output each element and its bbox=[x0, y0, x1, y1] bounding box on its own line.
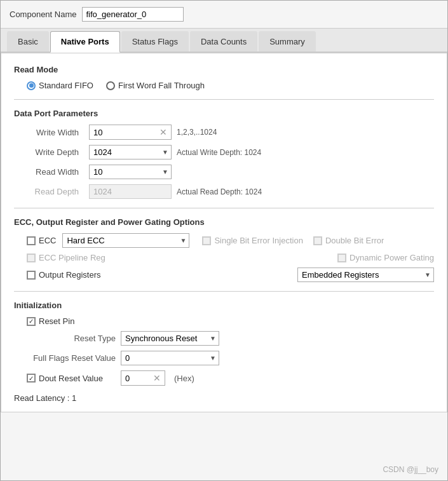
ecc-options: ECC Hard ECC Soft ECC No ECC ▼ Sin bbox=[27, 233, 434, 282]
write-depth-arrow-icon: ▼ bbox=[162, 149, 168, 156]
main-window: Component Name Basic Native Ports Status… bbox=[0, 0, 448, 481]
read-latency: Read Latency : 1 bbox=[14, 393, 434, 403]
double-bit-wrapper: Double Bit Error bbox=[313, 236, 384, 245]
output-reg-row: Output Registers Embedded Registers Fabr… bbox=[27, 268, 434, 282]
full-flags-label: Full Flags Reset Value bbox=[27, 353, 116, 363]
reset-pin-row: Reset Pin bbox=[27, 316, 434, 326]
read-mode-radio-row: Standard FIFO First Word Fall Through bbox=[27, 81, 434, 90]
read-width-select-wrapper: 10 8 16 ▼ bbox=[89, 165, 172, 179]
write-width-input[interactable] bbox=[93, 128, 157, 137]
ecc-type-select[interactable]: Hard ECC Soft ECC No ECC bbox=[67, 236, 180, 245]
dout-reset-suffix: (Hex) bbox=[174, 374, 194, 383]
ecc-checkbox[interactable] bbox=[27, 236, 36, 245]
standard-fifo-option[interactable]: Standard FIFO bbox=[27, 81, 93, 90]
ecc-type-arrow-icon: ▼ bbox=[180, 237, 187, 244]
reset-type-row: Reset Type Synchronous Reset Asynchronou… bbox=[27, 331, 434, 346]
dynamic-power-checkbox bbox=[337, 254, 346, 262]
read-depth-row: Read Depth 1024 Actual Read Depth: 1024 bbox=[27, 184, 434, 199]
dout-reset-checkbox-wrapper[interactable]: Dout Reset Value bbox=[27, 374, 116, 383]
read-width-arrow-icon: ▼ bbox=[162, 168, 168, 175]
component-name-bar: Component Name bbox=[1, 1, 447, 29]
tab-basic[interactable]: Basic bbox=[7, 31, 49, 51]
write-width-label: Write Width bbox=[27, 128, 84, 137]
reset-type-label: Reset Type bbox=[27, 334, 116, 343]
dout-reset-label: Dout Reset Value bbox=[39, 374, 103, 383]
dout-reset-input[interactable] bbox=[125, 374, 151, 383]
read-depth-label: Read Depth bbox=[27, 187, 84, 196]
fwft-option[interactable]: First Word Fall Through bbox=[106, 81, 205, 90]
fwft-label: First Word Fall Through bbox=[118, 81, 205, 90]
write-width-clear[interactable]: ✕ bbox=[160, 127, 167, 137]
data-port-section: Data Port Parameters Write Width ✕ 1,2,3… bbox=[14, 109, 434, 199]
output-reg-checkbox[interactable] bbox=[27, 271, 36, 280]
fwft-radio[interactable] bbox=[106, 81, 115, 90]
write-depth-label: Write Depth bbox=[27, 147, 84, 157]
ecc-title: ECC, Output Register and Power Gating Op… bbox=[14, 217, 434, 227]
write-width-hint: 1,2,3,..1024 bbox=[177, 128, 217, 137]
standard-fifo-radio-inner bbox=[29, 83, 34, 88]
standard-fifo-label: Standard FIFO bbox=[39, 81, 93, 90]
embedded-reg-select-wrapper: Embedded Registers Fabric Registers ▼ bbox=[297, 268, 434, 282]
reset-pin-wrapper[interactable]: Reset Pin bbox=[27, 316, 74, 326]
tab-summary[interactable]: Summary bbox=[259, 31, 316, 51]
read-depth-actual: Actual Read Depth: 1024 bbox=[177, 187, 262, 196]
dout-reset-checkbox[interactable] bbox=[27, 374, 36, 383]
read-width-label: Read Width bbox=[27, 167, 84, 177]
initialization-section: Initialization Reset Pin Reset Type Sync… bbox=[14, 301, 434, 386]
content-area: Read Mode Standard FIFO First Word Fall … bbox=[1, 53, 447, 412]
read-mode-section: Read Mode Standard FIFO First Word Fall … bbox=[14, 65, 434, 90]
data-port-params: Write Width ✕ 1,2,3,..1024 Write Depth 1… bbox=[27, 125, 434, 199]
ecc-secondary-row: ECC Pipeline Reg Dynamic Power Gating bbox=[27, 253, 434, 262]
single-bit-label: Single Bit Error Injection bbox=[214, 236, 302, 245]
ecc-type-select-wrapper: Hard ECC Soft ECC No ECC ▼ bbox=[62, 233, 189, 248]
write-width-input-wrapper: ✕ bbox=[89, 125, 172, 140]
read-mode-title: Read Mode bbox=[14, 65, 434, 74]
reset-type-select-wrapper: Synchronous Reset Asynchronous Reset ▼ bbox=[121, 331, 219, 346]
initialization-title: Initialization bbox=[14, 301, 434, 310]
standard-fifo-radio[interactable] bbox=[27, 81, 36, 90]
embedded-reg-select[interactable]: Embedded Registers Fabric Registers bbox=[302, 270, 424, 280]
single-bit-checkbox bbox=[202, 236, 211, 245]
data-port-title: Data Port Parameters bbox=[14, 109, 434, 118]
ecc-right-options: Single Bit Error Injection Double Bit Er… bbox=[202, 236, 384, 245]
full-flags-row: Full Flags Reset Value 0 1 ▼ bbox=[27, 351, 434, 365]
read-width-select[interactable]: 10 8 16 bbox=[93, 167, 162, 177]
component-name-input[interactable] bbox=[82, 7, 184, 22]
output-reg-label: Output Registers bbox=[39, 270, 101, 280]
full-flags-select-wrapper: 0 1 ▼ bbox=[121, 351, 219, 365]
dynamic-power-wrapper: Dynamic Power Gating bbox=[337, 253, 434, 262]
reset-type-arrow-icon: ▼ bbox=[210, 335, 216, 342]
full-flags-select[interactable]: 0 1 bbox=[125, 353, 210, 363]
write-width-row: Write Width ✕ 1,2,3,..1024 bbox=[27, 125, 434, 140]
dout-reset-row: Dout Reset Value ✕ (Hex) bbox=[27, 370, 434, 386]
tab-data-counts[interactable]: Data Counts bbox=[190, 31, 257, 51]
pipeline-reg-label: ECC Pipeline Reg bbox=[39, 253, 105, 262]
reset-type-select[interactable]: Synchronous Reset Asynchronous Reset bbox=[125, 334, 210, 343]
embedded-reg-arrow-icon: ▼ bbox=[424, 271, 431, 278]
write-depth-select[interactable]: 1024 512 2048 bbox=[93, 147, 162, 157]
reset-pin-checkbox[interactable] bbox=[27, 317, 36, 326]
tab-status-flags[interactable]: Status Flags bbox=[121, 31, 189, 51]
double-bit-label: Double Bit Error bbox=[325, 236, 384, 245]
tabs-bar: Basic Native Ports Status Flags Data Cou… bbox=[1, 29, 447, 53]
output-reg-wrapper[interactable]: Output Registers bbox=[27, 270, 101, 280]
read-depth-value: 1024 bbox=[93, 187, 112, 196]
watermark: CSDN @jj__boy bbox=[383, 465, 438, 474]
dynamic-power-label: Dynamic Power Gating bbox=[350, 253, 434, 262]
pipeline-reg-checkbox bbox=[27, 254, 36, 262]
read-depth-display: 1024 bbox=[89, 184, 172, 199]
single-bit-wrapper: Single Bit Error Injection bbox=[202, 236, 302, 245]
write-depth-actual: Actual Write Depth: 1024 bbox=[177, 148, 261, 157]
component-name-label: Component Name bbox=[10, 10, 77, 19]
init-options: Reset Pin Reset Type Synchronous Reset A… bbox=[27, 316, 434, 386]
ecc-checkbox-wrapper[interactable]: ECC bbox=[27, 236, 56, 245]
full-flags-arrow-icon: ▼ bbox=[210, 355, 216, 362]
ecc-label: ECC bbox=[39, 236, 56, 245]
dout-reset-input-wrapper: ✕ bbox=[121, 370, 165, 386]
ecc-section: ECC, Output Register and Power Gating Op… bbox=[14, 217, 434, 282]
dout-reset-clear[interactable]: ✕ bbox=[153, 373, 161, 383]
tab-native-ports[interactable]: Native Ports bbox=[50, 31, 120, 53]
read-width-row: Read Width 10 8 16 ▼ bbox=[27, 165, 434, 179]
ecc-main-row: ECC Hard ECC Soft ECC No ECC ▼ Sin bbox=[27, 233, 434, 248]
double-bit-checkbox bbox=[313, 236, 322, 245]
